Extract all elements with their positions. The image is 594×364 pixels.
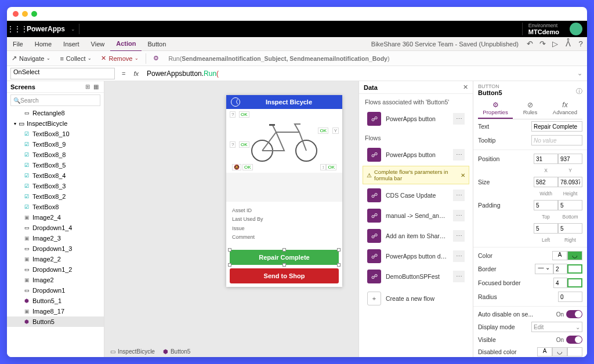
focused-border-input[interactable]	[553, 278, 567, 288]
info-icon[interactable]: ⓘ	[576, 87, 582, 96]
width-input[interactable]	[534, 177, 558, 187]
tree-item[interactable]: ▣Image8_17	[7, 306, 104, 316]
create-flow-button[interactable]: + Create a new flow	[363, 289, 469, 308]
pad-right-input[interactable]	[558, 223, 582, 234]
close-dot[interactable]	[13, 11, 19, 17]
navigate-button[interactable]: ↗Navigate⌄	[7, 54, 55, 62]
tree-item[interactable]: ⬢Button5_1	[7, 296, 104, 306]
tab-file[interactable]: File	[7, 37, 29, 51]
visible-toggle[interactable]	[566, 336, 582, 344]
tab-button[interactable]: Button	[142, 37, 172, 51]
tree-item[interactable]: ▭Dropdown1_3	[7, 243, 104, 254]
flow-item[interactable]: ☍ CDS Case Update ⋯	[363, 186, 469, 205]
tree-item[interactable]: ▭Dropdown1_4	[7, 223, 104, 233]
tree-item[interactable]: ☑TextBox8_3	[7, 181, 104, 191]
fx-icon[interactable]: fx	[129, 70, 143, 77]
tree-item[interactable]: ☑TextBox8_4	[7, 170, 104, 181]
collect-button[interactable]: ≡Collect⌄	[55, 55, 96, 62]
screen-tree: ▭Rectangle8▾▭InspectBicycle☑TextBox8_10☑…	[7, 108, 104, 357]
tree-item[interactable]: ☑TextBox8_10	[7, 129, 104, 139]
more-icon[interactable]: ⋯	[453, 250, 465, 262]
border-width-input[interactable]	[553, 264, 567, 274]
tab-properties[interactable]: ⚙Properties	[478, 99, 513, 119]
tab-insert[interactable]: Insert	[57, 37, 85, 51]
share-icon[interactable]: ᐰ	[562, 39, 574, 48]
tree-item[interactable]: ▭Dropdown1	[7, 285, 104, 296]
zoom-dot[interactable]	[31, 11, 37, 17]
canvas[interactable]: 〈 Inspect Bicycle ?OK OKY ?OK 🔕OK ↕OK	[104, 81, 358, 357]
text-input[interactable]	[531, 121, 582, 132]
autodisable-toggle[interactable]	[566, 310, 582, 318]
tab-home[interactable]: Home	[29, 37, 57, 51]
flow-icon: ☍	[367, 112, 381, 126]
tree-item[interactable]: ▣Image2_4	[7, 212, 104, 223]
tree-item[interactable]: ☑TextBox8_8	[7, 150, 104, 160]
more-icon[interactable]: ⋯	[453, 113, 465, 125]
flow-item[interactable]: ☍ PowerApps button ⋯	[363, 110, 469, 128]
search-input[interactable]: 🔍 Search	[10, 94, 100, 106]
pad-top-input[interactable]	[534, 200, 558, 210]
formula-input[interactable]: PowerAppsbutton.Run(	[143, 70, 573, 78]
tab-advanced[interactable]: fxAdvanced	[548, 99, 582, 119]
undo-icon[interactable]: ↶	[523, 39, 536, 48]
tree-group[interactable]: ▾▭InspectBicycle	[7, 118, 104, 129]
environment-picker[interactable]: Environment MTCdemo	[522, 23, 565, 36]
tab-view[interactable]: View	[85, 37, 111, 51]
breadcrumb[interactable]: ▭InspectBicycle ⬢Button5	[110, 348, 190, 355]
font-color-swatch[interactable]: A	[552, 251, 567, 260]
remove-button[interactable]: ✕Remove⌄	[96, 54, 143, 62]
more-icon[interactable]: ⋯	[453, 230, 465, 242]
more-icon[interactable]: ⋯	[453, 210, 465, 221]
app-launcher-icon[interactable]: ⋮⋮⋮	[7, 25, 23, 33]
repair-complete-button[interactable]: Repair Complete	[230, 250, 339, 265]
flows-icon[interactable]: ⚙	[148, 54, 164, 62]
flow-item[interactable]: ☍ manual -> Send_an_email ⋯	[363, 206, 469, 225]
ribbon: File Home Insert View Action Button Bike…	[7, 37, 587, 51]
flow-item[interactable]: ☍ PowerApps button demo 360 ⋯	[363, 247, 469, 265]
tab-action[interactable]: Action	[110, 37, 142, 52]
flow-item[interactable]: ☍ PowerApps button ⋯	[363, 145, 469, 164]
avatar[interactable]	[570, 23, 582, 35]
height-input[interactable]	[558, 177, 582, 187]
more-icon[interactable]: ⋯	[453, 271, 465, 282]
flow-item[interactable]: ☍ Add an item to SharePoint ... ⋯	[363, 227, 469, 245]
tree-item[interactable]: ☑TextBox8_9	[7, 139, 104, 150]
tooltip-input[interactable]	[531, 135, 582, 145]
play-icon[interactable]: ▷	[549, 39, 562, 48]
tree-view-icon[interactable]: ⊞	[84, 83, 92, 90]
border-style[interactable]: — ⌄	[535, 264, 553, 274]
pos-y-input[interactable]	[558, 154, 582, 164]
bike-illustration: ?OK OKY ?OK 🔕OK ↕OK	[226, 109, 342, 173]
thumbnail-view-icon[interactable]: ▦	[92, 83, 100, 90]
fill-color-swatch[interactable]: ◡	[567, 251, 582, 260]
displaymode-dropdown[interactable]: Edit⌄	[531, 322, 582, 332]
tree-item[interactable]: ☑TextBox8	[7, 202, 104, 212]
send-to-shop-button[interactable]: Send to Shop	[230, 268, 339, 283]
focused-border-swatch[interactable]	[567, 278, 582, 287]
tree-item[interactable]: ⬢Button5	[7, 316, 104, 327]
flow-icon: ☍	[367, 270, 381, 283]
pad-left-input[interactable]	[534, 223, 558, 234]
close-icon[interactable]: ✕	[461, 172, 465, 179]
pos-x-input[interactable]	[534, 154, 558, 164]
close-icon[interactable]: ✕	[463, 83, 468, 91]
tab-rules[interactable]: ⊘Rules	[513, 99, 548, 119]
property-selector[interactable]: OnSelect	[10, 68, 115, 79]
radius-input[interactable]	[558, 292, 582, 302]
tree-item[interactable]: ☑TextBox8_2	[7, 191, 104, 202]
help-icon[interactable]: ?	[574, 39, 587, 48]
flow-item[interactable]: ☍ DemoButtonSPFest ⋯	[363, 267, 469, 286]
border-color-swatch[interactable]	[567, 264, 582, 274]
tree-item[interactable]: ▭Dropdown1_2	[7, 264, 104, 275]
more-icon[interactable]: ⋯	[453, 190, 465, 201]
back-icon[interactable]: 〈	[231, 97, 240, 107]
tree-item[interactable]: ▣Image2	[7, 275, 104, 285]
pad-bottom-input[interactable]	[558, 200, 582, 210]
redo-icon[interactable]: ↷	[536, 39, 549, 48]
tree-item[interactable]: ▣Image2_2	[7, 254, 104, 264]
tree-item[interactable]: ☑TextBox8_5	[7, 160, 104, 170]
tree-item[interactable]: ▣Image2_3	[7, 233, 104, 243]
more-icon[interactable]: ⋯	[453, 149, 465, 161]
tree-item[interactable]: ▭Rectangle8	[7, 108, 104, 118]
minimize-dot[interactable]	[22, 11, 28, 17]
